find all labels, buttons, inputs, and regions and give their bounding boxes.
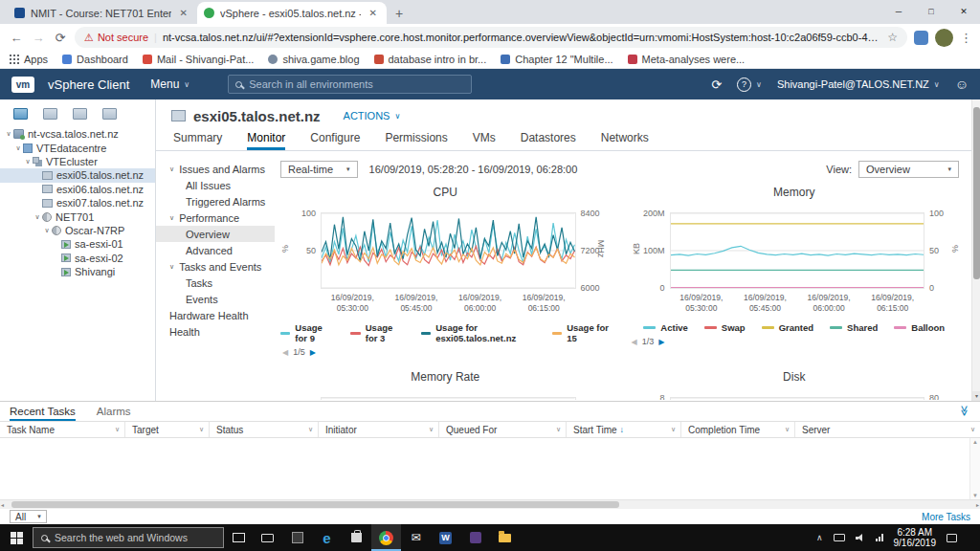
app-store-button[interactable] — [342, 524, 371, 551]
global-search-input[interactable]: Search in all environments — [228, 75, 472, 94]
scroll-right-icon[interactable]: ▸ — [976, 501, 979, 508]
reload-icon[interactable]: ⟳ — [53, 31, 68, 45]
tasks-vertical-scrollbar[interactable]: ▲▼ — [969, 438, 980, 499]
tasks-horizontal-scrollbar[interactable]: ◂ ▸ — [0, 499, 980, 509]
hidden-icons-chevron[interactable]: ∧ — [816, 533, 823, 542]
app-monitor-button[interactable] — [253, 524, 282, 551]
expand-panel-icon[interactable]: ≫ — [959, 406, 971, 417]
tab-configure[interactable]: Configure — [310, 131, 360, 150]
extension-icon[interactable] — [914, 31, 928, 45]
chevron-down-icon[interactable]: ∨ — [33, 213, 42, 221]
filter-icon[interactable]: ∨ — [970, 426, 975, 433]
tree-item-esxi06[interactable]: esxi06.talos.net.nz — [0, 183, 155, 196]
column-start-time[interactable]: Start Time↓∨ — [567, 422, 681, 437]
scroll-down-icon[interactable]: ▾ — [972, 391, 980, 401]
column-completion-time[interactable]: Completion Time∨ — [681, 422, 795, 437]
url-text[interactable]: nt-vcsa.talos.net.nz/ui/#?extensionId=vs… — [163, 32, 881, 43]
bookmark-mail[interactable]: Mail - Shivangi-Pat... — [143, 54, 254, 65]
networking-icon[interactable] — [102, 108, 117, 120]
column-task-name[interactable]: Task Name∨ — [0, 422, 125, 437]
next-page-icon[interactable]: ▶ — [658, 338, 664, 346]
app-archive-button[interactable] — [282, 524, 312, 551]
new-tab-button[interactable]: + — [387, 3, 412, 24]
bookmark-meta[interactable]: Meta-analyses were... — [628, 54, 746, 65]
touch-keyboard-icon[interactable] — [834, 534, 845, 541]
tree-item-shivangi[interactable]: Shivangi — [0, 265, 155, 278]
tab-monitor[interactable]: Monitor — [247, 131, 285, 150]
bookmark-chapter[interactable]: Chapter 12 "Multile... — [501, 54, 612, 65]
menu-item-hardware-health[interactable]: Hardware Health — [156, 307, 275, 323]
column-initiator[interactable]: Initiator∨ — [319, 422, 439, 437]
tab-summary[interactable]: Summary — [173, 131, 222, 150]
tasks-filter-select[interactable]: All▾ — [10, 510, 47, 523]
feedback-icon[interactable]: ☺ — [955, 77, 969, 92]
tree-item-datacenter[interactable]: ∨VTEdatacentre — [0, 141, 155, 154]
menu-item-all-issues[interactable]: All Issues — [156, 177, 275, 193]
chevron-down-icon[interactable]: ∨ — [42, 227, 52, 234]
tab-close-icon[interactable]: ✕ — [177, 8, 190, 18]
time-range-select[interactable]: Real-time▾ — [280, 161, 358, 178]
forward-icon[interactable]: → — [31, 31, 46, 45]
menu-item-advanced[interactable]: Advanced — [156, 242, 275, 258]
scroll-down-icon[interactable]: ▼ — [970, 493, 980, 498]
tab-permissions[interactable]: Permissions — [385, 131, 447, 150]
chevron-down-icon[interactable]: ∨ — [23, 158, 33, 165]
browser-menu-icon[interactable]: ⋮ — [960, 31, 971, 45]
vsphere-menu-button[interactable]: Menu∨ — [150, 77, 189, 91]
window-close-button[interactable]: ✕ — [947, 0, 980, 23]
filter-icon[interactable]: ∨ — [671, 426, 676, 433]
chevron-down-icon[interactable]: ∨ — [13, 144, 23, 152]
vms-templates-icon[interactable] — [43, 108, 57, 120]
task-view-button[interactable] — [224, 524, 253, 551]
column-server[interactable]: Server∨ — [795, 422, 980, 437]
app-chrome-button[interactable] — [371, 524, 401, 551]
back-icon[interactable]: ← — [9, 31, 24, 45]
filter-icon[interactable]: ∨ — [785, 426, 790, 433]
storage-icon[interactable] — [73, 108, 87, 120]
apps-shortcut[interactable]: Apps — [10, 54, 48, 65]
filter-icon[interactable]: ∨ — [115, 426, 120, 433]
scroll-left-icon[interactable]: ◂ — [1, 501, 4, 508]
action-center-icon[interactable] — [947, 534, 957, 542]
filter-icon[interactable]: ∨ — [556, 426, 561, 433]
actions-button[interactable]: ACTIONS∨ — [344, 110, 401, 121]
tree-item-oscar[interactable]: ∨Oscar-N7RP — [0, 224, 155, 237]
bookmark-database[interactable]: database intro in br... — [374, 54, 487, 65]
tree-item-net701[interactable]: ∨NET701 — [0, 209, 155, 223]
main-scrollbar[interactable]: ▾ — [971, 99, 980, 401]
scrollbar-thumb[interactable] — [973, 107, 980, 279]
tab-vms[interactable]: VMs — [473, 131, 496, 150]
refresh-icon[interactable]: ⟳ — [711, 77, 722, 92]
menu-item-health[interactable]: Health — [156, 323, 275, 340]
prev-page-icon[interactable]: ◀ — [282, 348, 288, 357]
filter-icon[interactable]: ∨ — [429, 426, 434, 433]
user-menu[interactable]: Shivangi-Patel@TALOS.NET.NZ∨ — [777, 78, 940, 90]
profile-avatar[interactable] — [935, 29, 953, 47]
tree-item-sa-esxi-01[interactable]: sa-esxi-01 — [0, 237, 155, 251]
volume-icon[interactable] — [856, 534, 865, 541]
tab-recent-tasks[interactable]: Recent Tasks — [10, 406, 76, 421]
column-queued-for[interactable]: Queued For∨ — [439, 422, 567, 437]
bookmark-star-icon[interactable]: ☆ — [887, 31, 898, 44]
start-button[interactable] — [0, 524, 33, 551]
browser-tab-vsphere[interactable]: vSphere - esxi05.talos.net.nz - O ✕ — [197, 2, 387, 24]
app-mail-button[interactable]: ✉ — [401, 524, 431, 551]
hosts-clusters-icon[interactable] — [13, 108, 28, 120]
taskbar-search-input[interactable]: Search the web and Windows — [33, 527, 224, 548]
network-icon[interactable] — [876, 534, 883, 541]
tree-item-sa-esxi-02[interactable]: sa-esxi-02 — [0, 252, 155, 265]
file-explorer-button[interactable] — [490, 524, 520, 551]
menu-item-tasks[interactable]: Tasks — [156, 275, 275, 291]
app-generic-button[interactable] — [460, 524, 490, 551]
tab-close-icon[interactable]: ✕ — [367, 8, 380, 18]
browser-tab-nmit[interactable]: NMIT - Course: NET701 Enterpr ✕ — [8, 2, 197, 24]
tree-item-cluster[interactable]: ∨VTEcluster — [0, 155, 155, 168]
tab-alarms[interactable]: Alarms — [97, 406, 131, 421]
scroll-up-icon[interactable]: ▲ — [970, 439, 980, 445]
column-status[interactable]: Status∨ — [210, 422, 319, 437]
filter-icon[interactable]: ∨ — [308, 426, 313, 433]
chevron-down-icon[interactable]: ∨ — [4, 130, 13, 138]
menu-group-tasks-events[interactable]: ∨Tasks and Events — [156, 258, 275, 275]
menu-group-performance[interactable]: ∨Performance — [156, 209, 275, 226]
prev-page-icon[interactable]: ◀ — [632, 338, 637, 346]
